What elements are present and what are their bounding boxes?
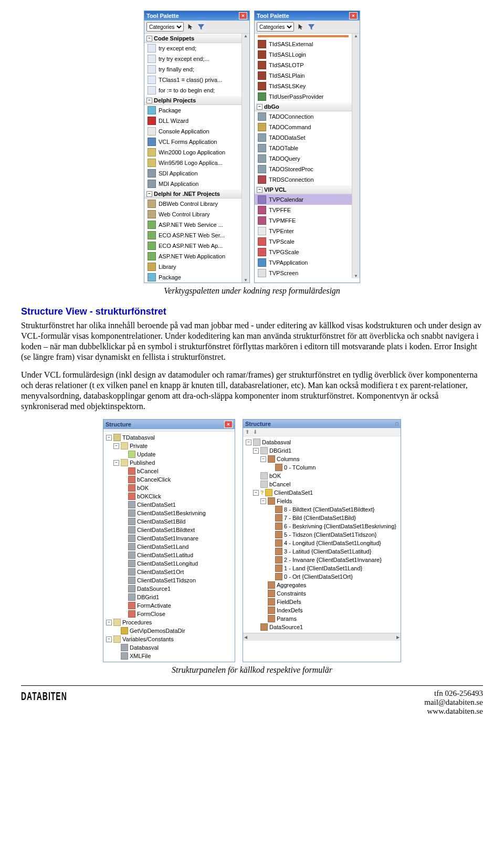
tree-node[interactable]: Update: [104, 450, 234, 458]
toggle-icon[interactable]: □: [396, 421, 398, 426]
palette-item[interactable]: TIdSASLPlain: [255, 70, 352, 81]
tree-node[interactable]: Aggregates: [244, 581, 400, 589]
palette-item[interactable]: try except end;: [144, 43, 242, 54]
palette-item[interactable]: TVPMFFE: [255, 215, 352, 226]
tree-node[interactable]: 8 - Bildtext {ClientDataSet1Bildtext}: [244, 505, 400, 514]
palette-item[interactable]: TIdUserPassProvider: [255, 91, 352, 102]
categories-select[interactable]: Categories: [146, 22, 184, 32]
collapse-icon[interactable]: −: [257, 187, 262, 193]
tree-node[interactable]: XMLFile: [104, 652, 234, 660]
tree-node[interactable]: 3 - Latitud {ClientDataSet1Latitud}: [244, 547, 400, 556]
palette-titlebar[interactable]: Tool Palette ×: [144, 11, 249, 20]
palette-item[interactable]: TVPCalendar: [255, 194, 352, 205]
palette-item[interactable]: TADOStoredProc: [255, 164, 352, 174]
tree-node[interactable]: FieldDefs: [244, 598, 400, 606]
filter-icon[interactable]: [197, 23, 205, 30]
palette-group-header[interactable]: −dbGo: [255, 102, 352, 111]
collapse-icon[interactable]: −: [146, 36, 152, 41]
palette-item[interactable]: TIdSASLLogin: [255, 49, 352, 60]
palette-group-header[interactable]: −Delphi for .NET Projects: [144, 189, 242, 199]
tree-node[interactable]: −Published: [104, 458, 234, 467]
palette-item[interactable]: MDI Application: [144, 179, 242, 189]
tree-node[interactable]: Params: [244, 614, 400, 623]
palette-item[interactable]: TVPFFE: [255, 205, 352, 215]
palette-item[interactable]: TVPApplication: [255, 257, 352, 268]
tree-node[interactable]: Databasval: [104, 643, 234, 652]
expand-icon[interactable]: −: [106, 620, 112, 625]
tree-node[interactable]: −Databasval: [244, 438, 400, 446]
tree-node[interactable]: Constraints: [244, 589, 400, 598]
tree-node[interactable]: ClientDataSet1Ort: [104, 568, 234, 576]
tree-node[interactable]: FormActivate: [104, 601, 234, 610]
tree-node[interactable]: ClientDataSet1Beskrivning: [104, 509, 234, 517]
palette-item[interactable]: TADOCommand: [255, 122, 352, 132]
palette-item[interactable]: TIdSASLSKey: [255, 81, 352, 91]
palette-item[interactable]: TVPScale: [255, 236, 352, 247]
palette-item[interactable]: TADODataSet: [255, 132, 352, 143]
tree-node[interactable]: bOKClick: [104, 492, 234, 500]
expand-icon[interactable]: −: [260, 456, 266, 462]
tree-node[interactable]: −Variables/Constants: [104, 635, 234, 643]
tree-node[interactable]: ClientDataSet1Land: [104, 542, 234, 551]
palette-item[interactable]: Win2000 Logo Application: [144, 147, 242, 158]
tree-node[interactable]: 6 - Beskrivning {ClientDataSet1Beskrivni…: [244, 522, 400, 530]
palette-item[interactable]: TVPGScale: [255, 247, 352, 257]
palette-item[interactable]: TADOTable: [255, 143, 352, 153]
collapse-icon[interactable]: −: [257, 104, 262, 110]
palette-item[interactable]: Library: [144, 262, 242, 272]
tree-node[interactable]: DBGrid1: [104, 593, 234, 601]
tree-node[interactable]: bOK: [244, 472, 400, 480]
expand-icon[interactable]: −: [253, 490, 259, 496]
palette-item[interactable]: ECO ASP.NET Web Ser...: [144, 230, 242, 241]
tree-node[interactable]: bOK: [104, 484, 234, 492]
expand-icon[interactable]: −: [113, 443, 119, 449]
palette-item[interactable]: TADOConnection: [255, 111, 352, 122]
tree-node[interactable]: DataSource1: [244, 623, 400, 631]
tree-node[interactable]: 0 - TColumn: [244, 463, 400, 472]
palette-item[interactable]: Win95/98 Logo Applica...: [144, 158, 242, 168]
tree-node[interactable]: −Fields: [244, 497, 400, 505]
tree-node[interactable]: ClientDataSet1Bild: [104, 517, 234, 526]
palette-item[interactable]: for := to do begin end;: [144, 85, 242, 96]
scrollbar[interactable]: ▲▼: [242, 34, 249, 283]
palette-titlebar[interactable]: Tool Palette ×: [255, 11, 360, 20]
close-icon[interactable]: ×: [349, 12, 358, 19]
close-icon[interactable]: ×: [239, 12, 247, 19]
expand-icon[interactable]: −: [113, 460, 119, 466]
tree-node[interactable]: −DBGrid1: [244, 446, 400, 455]
palette-item[interactable]: ECO ASP.NET Web Ap...: [144, 241, 242, 251]
tree-node[interactable]: −?ClientDataSet1: [244, 488, 400, 497]
categories-select[interactable]: Categories: [257, 22, 294, 32]
tree-node[interactable]: bCancel: [244, 480, 400, 488]
tree-node[interactable]: DataSource1: [104, 585, 234, 593]
palette-item[interactable]: Web Control Library: [144, 209, 242, 220]
expand-icon[interactable]: −: [260, 498, 266, 504]
palette-item[interactable]: Package: [144, 272, 242, 283]
palette-item[interactable]: TADOQuery: [255, 153, 352, 164]
palette-item[interactable]: VCL Forms Application: [144, 137, 242, 147]
palette-item[interactable]: TIdSASLExternal: [255, 39, 352, 49]
palette-item[interactable]: TRDSConnection: [255, 174, 352, 185]
tree-node[interactable]: 5 - Tidszon {ClientDataSet1Tidszon}: [244, 530, 400, 539]
nav-down-icon[interactable]: ⬇: [253, 429, 257, 435]
group-grip[interactable]: [258, 35, 349, 37]
tree-node[interactable]: 1 - Land {ClientDataSet1Land}: [244, 564, 400, 572]
tree-node[interactable]: −Private: [104, 442, 234, 450]
tree-node[interactable]: 7 - Bild {ClientDataSet1Bild}: [244, 514, 400, 522]
nav-up-icon[interactable]: ⬆: [245, 429, 249, 435]
filter-icon[interactable]: [308, 23, 315, 30]
palette-item[interactable]: DBWeb Control Library: [144, 199, 242, 209]
tree-node[interactable]: ClientDataSet1Invanare: [104, 534, 234, 542]
tree-node[interactable]: ClientDataSet1Latitud: [104, 551, 234, 559]
collapse-icon[interactable]: −: [146, 191, 152, 197]
tree-node[interactable]: −Columns: [244, 455, 400, 463]
scrollbar[interactable]: ▲▼: [352, 34, 360, 278]
h-scrollbar[interactable]: ◀▶: [243, 633, 401, 641]
tree-node[interactable]: 4 - Longitud {ClientDataSet1Longitud}: [244, 539, 400, 547]
expand-icon[interactable]: −: [106, 435, 112, 441]
tree-node[interactable]: ClientDataSet1Longitud: [104, 559, 234, 568]
palette-item[interactable]: DLL Wizard: [144, 116, 242, 126]
tree-node[interactable]: ClientDataSet1: [104, 500, 234, 509]
pointer-icon[interactable]: [297, 23, 304, 30]
tree-node[interactable]: 0 - Ort {ClientDataSet1Ort}: [244, 572, 400, 581]
